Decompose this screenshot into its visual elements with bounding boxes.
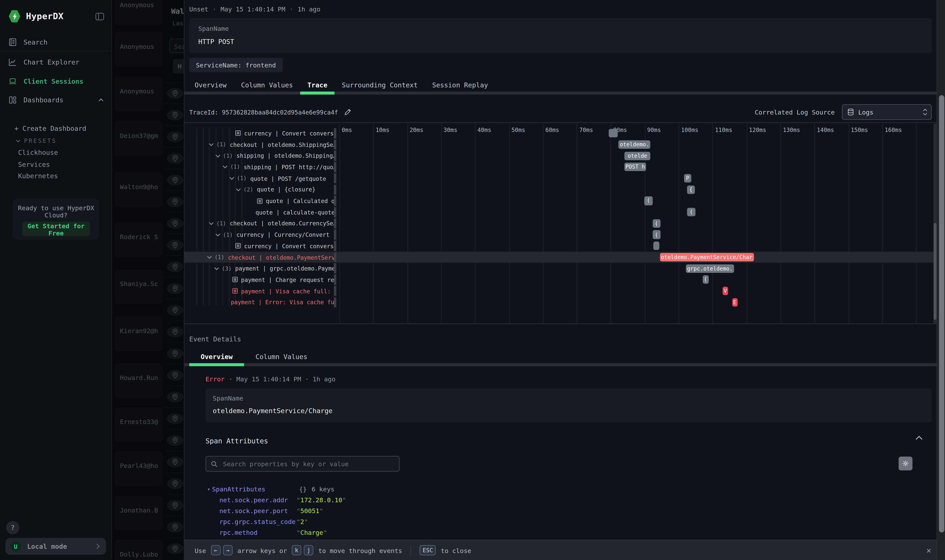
row-minimap-cell [334, 139, 336, 150]
event-details-tab-column-values[interactable]: Column Values [244, 351, 319, 363]
help-button[interactable]: ? [6, 521, 19, 534]
trace-span-row[interactable]: currency | Convert convers… [184, 128, 934, 139]
attribute-key[interactable]: net.sock.peer.addr [219, 496, 296, 503]
span-duration-bar[interactable]: V [722, 287, 728, 295]
chevron-down-icon[interactable] [209, 222, 214, 225]
local-mode-menu[interactable]: U Local mode [5, 538, 106, 555]
span-bar-label: P [686, 175, 689, 182]
span-duration-bar[interactable]: E [732, 298, 738, 306]
attribute-row[interactable]: rpc.method"Charge" [207, 527, 750, 538]
span-duration-bar[interactable]: oteldemo.PaymentService/Char [660, 253, 754, 262]
scrollbar-thumb[interactable] [939, 95, 944, 532]
span-label: payment | Visa cache full: c… [241, 288, 334, 294]
span-duration-bar[interactable]: ( [703, 275, 708, 284]
attribute-row[interactable]: rpc.grpc.status_code"2" [207, 516, 750, 527]
trace-span-row[interactable]: (1)quote | POST /getquoteP [184, 173, 934, 184]
span-duration-bar[interactable] [608, 129, 618, 138]
close-icon[interactable]: ✕ [927, 546, 931, 555]
gear-icon[interactable] [899, 457, 913, 470]
trace-span-row[interactable]: (1)shipping | oteldemo.Shipping…otelde [184, 150, 934, 162]
avatar: U [10, 541, 21, 552]
attribute-value[interactable]: 2 [300, 518, 304, 525]
row-minimap-cell [334, 150, 336, 162]
trace-span-row[interactable]: payment | Error: Visa cache ful…E [184, 297, 934, 308]
attribute-row[interactable]: net.sock.peer.addr"172.28.0.10" [207, 494, 750, 505]
tab-surrounding-context[interactable]: Surrounding Context [335, 80, 425, 91]
sidebar-item-search[interactable]: Search [0, 34, 112, 51]
sidebar-item-label: Client Sessions [23, 77, 83, 85]
chevron-down-icon[interactable] [229, 177, 234, 180]
attribute-key[interactable]: rpc.grpc.status_code [219, 518, 296, 525]
chevron-down-icon[interactable] [215, 154, 220, 158]
attribute-value[interactable]: 172.28.0.10 [300, 496, 342, 503]
chevron-down-icon[interactable] [207, 255, 212, 259]
create-dashboard-button[interactable]: + Create Dashboard [15, 125, 86, 132]
service-name-badge[interactable]: ServiceName: frontend [189, 58, 282, 72]
tab-session-replay[interactable]: Session Replay [425, 80, 495, 91]
event-details-tab-overview[interactable]: Overview [189, 351, 244, 363]
attribute-value[interactable]: 50051 [300, 507, 319, 514]
span-duration-bar[interactable]: { [687, 185, 695, 194]
row-minimap-cell [334, 162, 336, 173]
trace-span-row[interactable]: (1)currency | Currency/Convert( [184, 229, 934, 240]
event-meta-row: Unset · May 15 1:40:14 PM · 1h ago [189, 5, 321, 12]
attribute-row[interactable]: net.sock.peer.port"50051" [207, 505, 750, 516]
attribute-key[interactable]: rpc.method [219, 529, 296, 536]
span-duration-bar[interactable]: oteldemo. [619, 140, 651, 149]
span-duration-bar[interactable]: ( [687, 208, 695, 217]
trace-span-row[interactable]: (3)payment | grpc.oteldemo.Paymen…grpc.o… [184, 263, 934, 274]
trace-span-row[interactable]: currency | Convert convers… [184, 240, 934, 252]
attribute-key[interactable]: net.sock.peer.port [219, 507, 296, 514]
sidebar-item-label: Chart Explorer [23, 58, 79, 66]
arrow-key: → [223, 545, 233, 555]
attributes-search-input[interactable] [222, 460, 387, 468]
trace-span-row[interactable]: (1)shipping | POST http://quo…POST h [184, 162, 934, 173]
tab-overview[interactable]: Overview [188, 80, 234, 91]
span-duration-bar[interactable]: ( [653, 231, 660, 239]
span-duration-bar[interactable] [654, 242, 660, 250]
page-scrollbar[interactable] [936, 0, 945, 560]
get-started-button[interactable]: Get Started for Free [22, 222, 90, 236]
waterfall-scrollbar-thumb[interactable] [934, 223, 937, 320]
trace-span-row[interactable]: (2)quote | {closure}{ [184, 184, 934, 195]
divider [184, 323, 945, 324]
tab-trace[interactable]: Trace [300, 80, 335, 91]
span-tree-cell: payment | Charge request rec… [184, 274, 334, 285]
span-tree-cell: payment | Visa cache full: c… [184, 285, 334, 297]
trace-span-row[interactable]: quote | Calculated q…( [184, 195, 934, 206]
attribute-root-row[interactable]: ▾SpanAttributes{}6 keys [207, 484, 750, 494]
chevron-down-icon[interactable] [222, 165, 228, 169]
tab-column-values[interactable]: Column Values [234, 80, 300, 91]
preset-item-services[interactable]: Services [18, 160, 50, 168]
chevron-down-icon[interactable] [215, 233, 220, 237]
trace-span-row[interactable]: payment | Visa cache full: c…V [184, 285, 934, 297]
span-duration-bar[interactable]: ( [644, 197, 653, 205]
trace-span-row[interactable]: (1)checkout | oteldemo.ShippingSe…otelde… [184, 139, 934, 150]
attribute-value[interactable]: Charge [300, 529, 323, 536]
sidebar-item-dashboards[interactable]: Dashboards [0, 91, 112, 108]
chevron-down-icon[interactable] [236, 188, 241, 191]
quote-mark: " [342, 496, 346, 503]
chevron-down-icon[interactable] [209, 143, 214, 146]
sidebar-item-chart-explorer[interactable]: Chart Explorer [0, 54, 112, 71]
trace-span-row[interactable]: quote | calculate-quote( [184, 206, 934, 218]
span-duration-bar[interactable]: ( [653, 219, 660, 228]
sidebar-item-client-sessions[interactable]: Client Sessions [0, 73, 112, 90]
preset-item-kubernetes[interactable]: Kubernetes [18, 172, 58, 180]
span-duration-bar[interactable]: otelde [624, 152, 651, 160]
trace-span-row[interactable]: (1)checkout | oteldemo.CurrencySe…( [184, 218, 934, 229]
span-duration-bar[interactable]: P [684, 174, 692, 183]
span-duration-bar[interactable]: POST h [624, 163, 646, 171]
edit-trace-id-icon[interactable] [344, 109, 351, 116]
collapse-section-icon[interactable] [916, 435, 923, 440]
trace-span-row[interactable]: (1)checkout | oteldemo.PaymentServi…otel… [184, 252, 934, 263]
collapse-sidebar-icon[interactable] [95, 12, 104, 20]
presets-header[interactable]: PRESETS [16, 137, 57, 144]
tree-expand-icon[interactable]: ▾ [207, 486, 210, 492]
trace-span-row[interactable]: payment | Charge request rec…( [184, 274, 934, 285]
preset-item-clickhouse[interactable]: Clickhouse [18, 149, 58, 157]
chevron-down-icon[interactable] [214, 267, 219, 270]
log-source-select[interactable]: Logs [842, 104, 932, 120]
correlated-log-source-label: Correlated Log Source [755, 109, 835, 116]
span-duration-bar[interactable]: grpc.oteldemo. [686, 264, 734, 272]
